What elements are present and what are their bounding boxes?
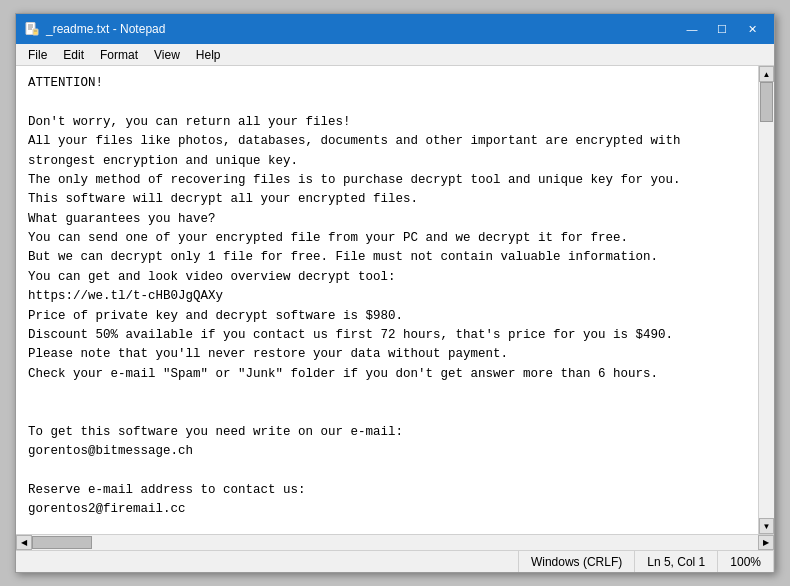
scroll-thumb-v[interactable] xyxy=(760,82,773,122)
menu-help[interactable]: Help xyxy=(188,46,229,64)
title-bar-left: _readme.txt - Notepad xyxy=(24,21,165,37)
window-title: _readme.txt - Notepad xyxy=(46,22,165,36)
notepad-icon xyxy=(24,21,40,37)
status-empty xyxy=(16,551,519,572)
menu-view[interactable]: View xyxy=(146,46,188,64)
text-editor[interactable]: ATTENTION! Don't worry, you can return a… xyxy=(16,66,758,534)
title-bar: _readme.txt - Notepad — ☐ ✕ xyxy=(16,14,774,44)
minimize-button[interactable]: — xyxy=(678,18,706,40)
scroll-down-button[interactable]: ▼ xyxy=(759,518,774,534)
scroll-right-button[interactable]: ▶ xyxy=(758,535,774,550)
close-button[interactable]: ✕ xyxy=(738,18,766,40)
menu-bar: File Edit Format View Help xyxy=(16,44,774,66)
scroll-track-h[interactable] xyxy=(32,535,758,550)
horizontal-scrollbar[interactable]: ◀ ▶ xyxy=(16,534,774,550)
scroll-thumb-h[interactable] xyxy=(32,536,92,549)
svg-rect-4 xyxy=(33,29,38,35)
scroll-up-button[interactable]: ▲ xyxy=(759,66,774,82)
title-controls: — ☐ ✕ xyxy=(678,18,766,40)
status-zoom: 100% xyxy=(718,551,774,572)
status-bar: Windows (CRLF) Ln 5, Col 1 100% xyxy=(16,550,774,572)
content-area: ATTENTION! Don't worry, you can return a… xyxy=(16,66,774,534)
menu-file[interactable]: File xyxy=(20,46,55,64)
scroll-track-v[interactable] xyxy=(759,82,774,518)
scroll-left-button[interactable]: ◀ xyxy=(16,535,32,550)
menu-edit[interactable]: Edit xyxy=(55,46,92,64)
maximize-button[interactable]: ☐ xyxy=(708,18,736,40)
notepad-window: _readme.txt - Notepad — ☐ ✕ File Edit Fo… xyxy=(15,13,775,573)
status-position: Ln 5, Col 1 xyxy=(635,551,718,572)
menu-format[interactable]: Format xyxy=(92,46,146,64)
status-encoding: Windows (CRLF) xyxy=(519,551,635,572)
vertical-scrollbar[interactable]: ▲ ▼ xyxy=(758,66,774,534)
